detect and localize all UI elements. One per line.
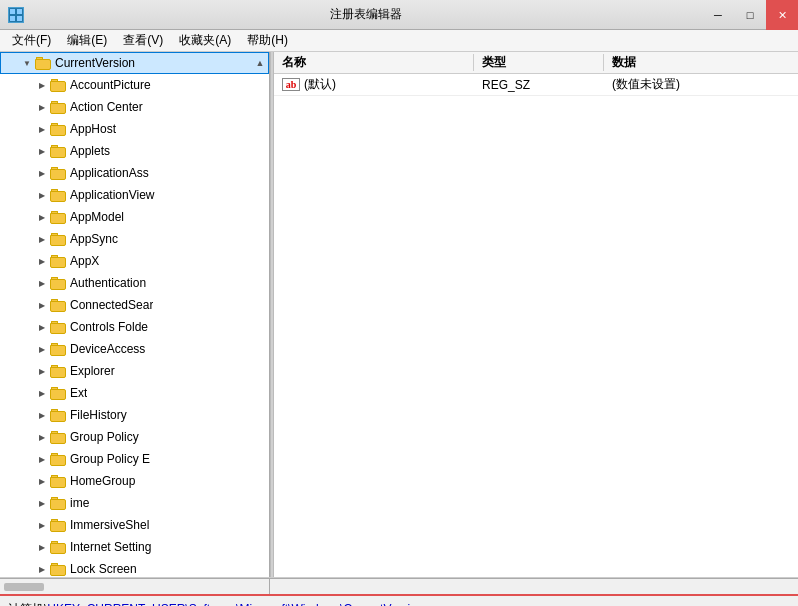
item-label: Controls Folde	[70, 320, 148, 334]
arrow-icon: ▶	[36, 211, 48, 223]
svg-rect-3	[10, 16, 15, 21]
expand-icon: ▼	[21, 57, 33, 69]
root-label: CurrentVersion	[55, 56, 135, 70]
folder-icon	[50, 211, 66, 224]
close-button[interactable]: ✕	[766, 0, 798, 30]
tree-root-item[interactable]: ▼ CurrentVersion ▲	[0, 52, 269, 74]
item-label: Group Policy	[70, 430, 139, 444]
arrow-icon: ▶	[36, 365, 48, 377]
cell-data: (数值未设置)	[604, 76, 798, 93]
folder-icon	[50, 475, 66, 488]
tree-item-accountpicture[interactable]: ▶ AccountPicture	[0, 74, 269, 96]
item-label: Authentication	[70, 276, 146, 290]
arrow-icon: ▶	[36, 233, 48, 245]
arrow-icon: ▶	[36, 387, 48, 399]
sort-icon: ▲	[252, 55, 268, 71]
menu-file[interactable]: 文件(F)	[4, 30, 59, 51]
item-label: Explorer	[70, 364, 115, 378]
status-prefix: 计算机\	[8, 602, 47, 607]
arrow-icon: ▶	[36, 255, 48, 267]
item-label: ImmersiveShel	[70, 518, 149, 532]
arrow-icon: ▶	[36, 453, 48, 465]
tree-scroll[interactable]: ▼ CurrentVersion ▲ ▶ AccountPicture	[0, 52, 269, 577]
tree-item-applets[interactable]: ▶ Applets	[0, 140, 269, 162]
data-hscroll[interactable]	[270, 579, 798, 594]
status-text: 计算机\HKEY_CURRENT_USER\Software\Microsoft…	[8, 601, 423, 607]
folder-icon	[50, 299, 66, 312]
folder-icon	[50, 321, 66, 334]
maximize-button[interactable]: □	[734, 0, 766, 30]
item-label: ime	[70, 496, 89, 510]
item-label: FileHistory	[70, 408, 127, 422]
tree-item-immersiveshel[interactable]: ▶ ImmersiveShel	[0, 514, 269, 536]
tree-item-deviceaccess[interactable]: ▶ DeviceAccess	[0, 338, 269, 360]
folder-icon	[50, 189, 66, 202]
menu-favorites[interactable]: 收藏夹(A)	[171, 30, 239, 51]
item-label: Lock Screen	[70, 562, 137, 576]
item-label: ApplicationAss	[70, 166, 149, 180]
tree-item-internetsetting[interactable]: ▶ Internet Setting	[0, 536, 269, 558]
minimize-button[interactable]: ─	[702, 0, 734, 30]
tree-item-appx[interactable]: ▶ AppX	[0, 250, 269, 272]
menu-edit[interactable]: 编辑(E)	[59, 30, 115, 51]
tree-item-authentication[interactable]: ▶ Authentication	[0, 272, 269, 294]
arrow-icon: ▶	[36, 519, 48, 531]
arrow-icon: ▶	[36, 101, 48, 113]
arrow-icon: ▶	[36, 541, 48, 553]
item-label: ApplicationView	[70, 188, 155, 202]
folder-icon	[50, 563, 66, 576]
tree-item-appsync[interactable]: ▶ AppSync	[0, 228, 269, 250]
tree-item-ime[interactable]: ▶ ime	[0, 492, 269, 514]
col-type-header: 类型	[474, 54, 604, 71]
status-bar: 计算机\HKEY_CURRENT_USER\Software\Microsoft…	[0, 594, 798, 606]
tree-item-filehistory[interactable]: ▶ FileHistory	[0, 404, 269, 426]
item-label: AppSync	[70, 232, 118, 246]
app-icon	[8, 7, 24, 23]
arrow-icon: ▶	[36, 189, 48, 201]
folder-icon	[50, 453, 66, 466]
arrow-icon: ▶	[36, 79, 48, 91]
tree-item-homegroup[interactable]: ▶ HomeGroup	[0, 470, 269, 492]
tree-item-apphost[interactable]: ▶ AppHost	[0, 118, 269, 140]
arrow-icon: ▶	[36, 409, 48, 421]
tree-item-applicationview[interactable]: ▶ ApplicationView	[0, 184, 269, 206]
tree-item-applicationass[interactable]: ▶ ApplicationAss	[0, 162, 269, 184]
folder-icon	[50, 541, 66, 554]
folder-icon	[50, 497, 66, 510]
folder-icon	[50, 365, 66, 378]
tree-item-appmodel[interactable]: ▶ AppModel	[0, 206, 269, 228]
table-header: 名称 类型 数据	[274, 52, 798, 74]
arrow-icon: ▶	[36, 563, 48, 575]
folder-icon	[35, 57, 51, 70]
table-row[interactable]: ab (默认) REG_SZ (数值未设置)	[274, 74, 798, 96]
tree-item-grouppolicy[interactable]: ▶ Group Policy	[0, 426, 269, 448]
title-bar: 注册表编辑器 ─ □ ✕	[0, 0, 798, 30]
item-label: AppModel	[70, 210, 124, 224]
window-controls: ─ □ ✕	[702, 0, 798, 29]
main-content: ▼ CurrentVersion ▲ ▶ AccountPicture	[0, 52, 798, 578]
tree-item-actioncenter[interactable]: ▶ Action Center	[0, 96, 269, 118]
reg-value-icon: ab	[282, 78, 300, 91]
folder-icon	[50, 343, 66, 356]
menu-view[interactable]: 查看(V)	[115, 30, 171, 51]
arrow-icon: ▶	[36, 497, 48, 509]
horizontal-scrollbar[interactable]	[0, 578, 798, 594]
tree-item-explorer[interactable]: ▶ Explorer	[0, 360, 269, 382]
tree-panel: ▼ CurrentVersion ▲ ▶ AccountPicture	[0, 52, 270, 577]
tree-item-ext[interactable]: ▶ Ext	[0, 382, 269, 404]
arrow-icon: ▶	[36, 145, 48, 157]
hscroll-thumb[interactable]	[4, 583, 44, 591]
menu-bar: 文件(F) 编辑(E) 查看(V) 收藏夹(A) 帮助(H)	[0, 30, 798, 52]
tree-item-lockscreen[interactable]: ▶ Lock Screen	[0, 558, 269, 577]
arrow-icon: ▶	[36, 299, 48, 311]
item-label: Ext	[70, 386, 87, 400]
folder-icon	[50, 431, 66, 444]
menu-help[interactable]: 帮助(H)	[239, 30, 296, 51]
item-label: AppHost	[70, 122, 116, 136]
tree-item-controlsfolder[interactable]: ▶ Controls Folde	[0, 316, 269, 338]
arrow-icon: ▶	[36, 123, 48, 135]
tree-item-grouppolicye[interactable]: ▶ Group Policy E	[0, 448, 269, 470]
tree-hscroll[interactable]	[0, 579, 270, 594]
svg-rect-1	[10, 9, 15, 14]
tree-item-connectedsear[interactable]: ▶ ConnectedSear	[0, 294, 269, 316]
